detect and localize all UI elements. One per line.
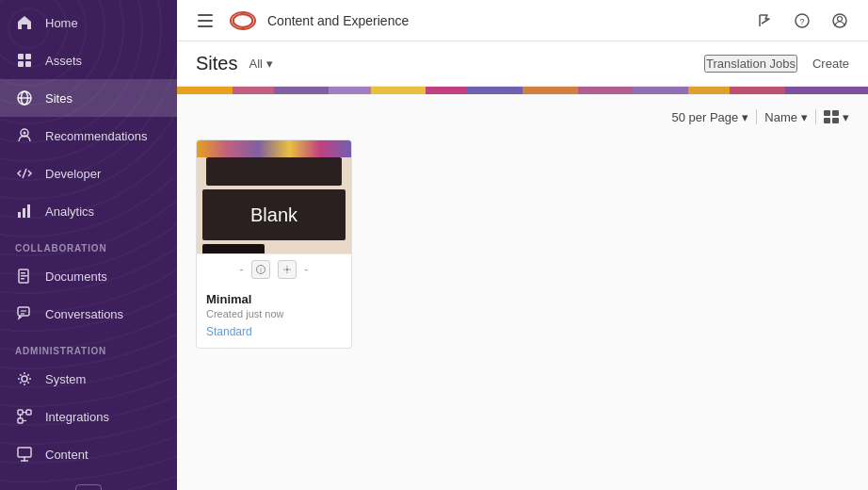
sidebar-item-developer[interactable]: Developer [0, 155, 177, 192]
collaboration-section-label: COLLABORATION [0, 230, 177, 257]
sites-icon [15, 89, 34, 107]
svg-rect-3 [25, 61, 31, 67]
sidebar-item-recommendations[interactable]: Recommendations [0, 117, 177, 155]
svg-rect-11 [23, 208, 25, 218]
sort-dropdown[interactable]: Name ▾ [764, 110, 808, 124]
view-arrow-icon: ▾ [843, 110, 849, 124]
create-button[interactable]: Create [812, 57, 849, 71]
svg-point-20 [22, 376, 27, 382]
main-content: Content and Experience ? [177, 0, 868, 490]
oracle-brand [230, 11, 256, 30]
svg-rect-31 [198, 20, 213, 22]
system-icon [15, 369, 34, 388]
sort-arrow-icon: ▾ [801, 110, 808, 124]
thumbnail-center-block: Blank [202, 189, 346, 240]
svg-rect-32 [198, 25, 213, 27]
thumbnail-color-strip [197, 140, 351, 157]
svg-rect-40 [824, 118, 830, 123]
svg-rect-23 [18, 418, 23, 423]
thumbnail-blank-label: Blank [250, 204, 297, 226]
svg-rect-2 [18, 61, 24, 67]
help-button[interactable]: ? [789, 8, 815, 34]
topbar: Content and Experience ? [177, 0, 868, 41]
toolbar-separator-1 [756, 109, 757, 124]
svg-rect-14 [21, 272, 25, 274]
sidebar-item-home-label: Home [45, 16, 78, 30]
sidebar-item-assets[interactable]: Assets [0, 41, 177, 79]
sidebar-item-conversations[interactable]: Conversations [0, 295, 177, 333]
card-meta: Created just now [206, 308, 342, 319]
content-icon [15, 445, 34, 464]
card-action-minus-right[interactable]: - [304, 263, 309, 276]
sidebar-collapse-button[interactable]: ‹ [75, 484, 102, 490]
sidebar-item-system-label: System [45, 372, 86, 386]
site-card[interactable]: Blank - i [196, 139, 352, 349]
page-title: Sites [196, 53, 237, 74]
content-toolbar: 50 per Page ▾ Name ▾ ▾ [196, 109, 849, 124]
svg-rect-15 [21, 275, 27, 277]
sidebar-item-documents[interactable]: Documents [0, 257, 177, 295]
per-page-arrow-icon: ▾ [742, 110, 748, 124]
content-area: 50 per Page ▾ Name ▾ ▾ [177, 94, 868, 490]
sidebar-nav: Home Assets Sites [0, 0, 177, 473]
filter-label: All [249, 57, 262, 71]
topbar-actions: ? [751, 8, 853, 34]
svg-rect-39 [832, 110, 839, 116]
svg-rect-16 [21, 278, 24, 280]
card-name: Minimal [206, 292, 342, 306]
sidebar-item-sites[interactable]: Sites [0, 79, 177, 117]
home-icon [15, 13, 34, 32]
documents-icon [15, 267, 34, 286]
per-page-label: 50 per Page [671, 110, 738, 124]
svg-line-9 [23, 169, 26, 178]
sidebar-item-system[interactable]: System [0, 360, 177, 398]
sidebar-item-recommendations-label: Recommendations [45, 129, 147, 143]
sidebar-item-integrations-label: Integrations [45, 410, 109, 424]
svg-point-44 [286, 269, 289, 271]
filter-arrow-icon: ▾ [266, 57, 273, 71]
page-header-actions: Translation Jobs Create [704, 55, 849, 73]
view-dropdown[interactable]: ▾ [824, 110, 849, 124]
svg-text:i: i [260, 267, 262, 273]
sidebar-item-analytics[interactable]: Analytics [0, 192, 177, 230]
conversations-icon [15, 304, 34, 323]
sidebar-item-documents-label: Documents [45, 270, 107, 284]
assets-icon [15, 51, 34, 70]
sidebar-item-developer-label: Developer [45, 167, 101, 181]
page-header: Sites All ▾ Translation Jobs Create [177, 41, 868, 87]
grid-view-icon [824, 110, 839, 123]
card-thumbnail: Blank [197, 140, 351, 253]
sidebar-item-content[interactable]: Content [0, 435, 177, 473]
svg-point-8 [24, 132, 26, 135]
sort-label: Name [764, 110, 797, 124]
filter-dropdown[interactable]: All ▾ [249, 57, 272, 71]
card-action-settings[interactable] [278, 260, 297, 279]
translation-jobs-button[interactable]: Translation Jobs [704, 55, 797, 73]
sidebar-item-home[interactable]: Home [0, 4, 177, 41]
card-tag[interactable]: Standard [206, 325, 342, 338]
integrations-icon [15, 407, 34, 426]
card-action-info[interactable]: i [251, 260, 270, 279]
svg-rect-41 [832, 118, 839, 123]
toolbar-separator-2 [815, 109, 816, 124]
thumbnail-block-1 [206, 157, 342, 186]
svg-rect-21 [18, 410, 23, 415]
sidebar-item-analytics-label: Analytics [45, 204, 94, 219]
thumbnail-small-block [202, 244, 265, 253]
svg-rect-27 [18, 448, 31, 457]
svg-rect-1 [25, 54, 31, 59]
svg-rect-22 [26, 410, 31, 415]
user-button[interactable] [827, 8, 853, 34]
sidebar-item-integrations[interactable]: Integrations [0, 398, 177, 435]
flag-button[interactable] [751, 8, 778, 34]
card-actions: - i - [197, 253, 351, 285]
svg-point-33 [233, 14, 253, 27]
svg-rect-30 [198, 14, 213, 16]
card-action-minus-left[interactable]: - [239, 263, 244, 276]
per-page-dropdown[interactable]: 50 per Page ▾ [671, 110, 748, 124]
recommendations-icon [15, 126, 34, 145]
sidebar-item-assets-label: Assets [45, 54, 82, 68]
analytics-icon [15, 202, 34, 220]
hamburger-button[interactable] [192, 8, 218, 34]
administration-section-label: ADMINISTRATION [0, 333, 177, 360]
